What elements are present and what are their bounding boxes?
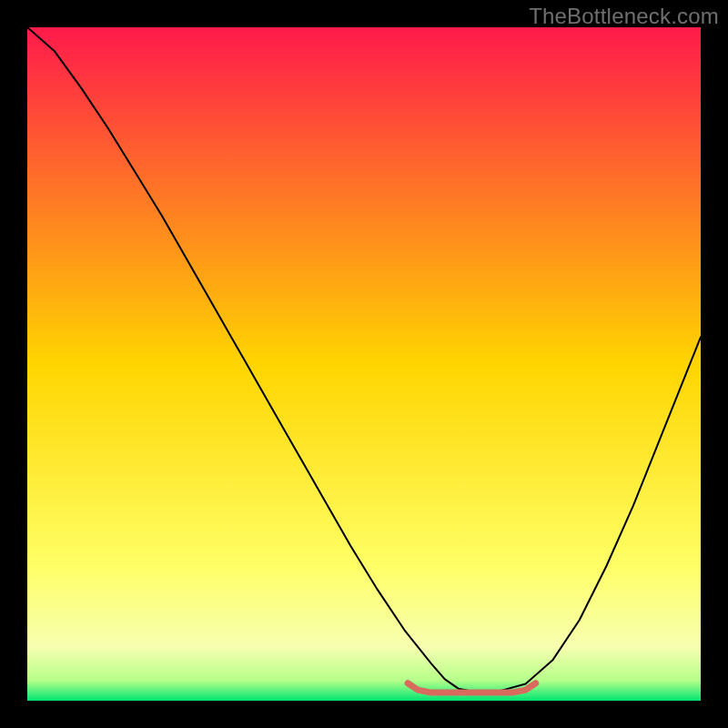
chart-svg — [27, 27, 701, 701]
watermark-text: TheBottleneck.com — [529, 4, 719, 29]
plot-area — [27, 27, 701, 701]
chart-frame: TheBottleneck.com — [0, 0, 728, 728]
chart-background — [27, 27, 701, 701]
